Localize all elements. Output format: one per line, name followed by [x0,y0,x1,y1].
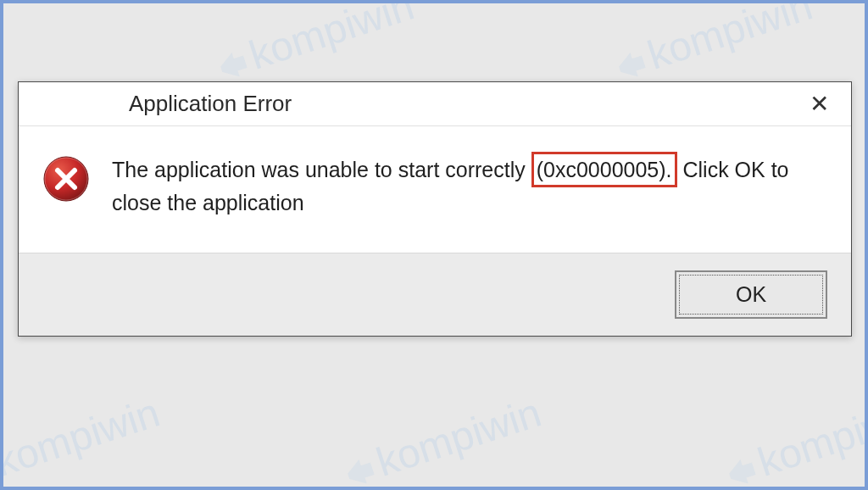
error-code-highlight: (0xc0000005). [531,152,677,187]
error-icon [42,155,90,203]
close-icon[interactable]: ✕ [803,92,836,116]
error-dialog: Application Error ✕ The application was … [18,81,852,337]
watermark: kompiwin [0,389,165,490]
watermark: kompiwin [213,0,419,88]
watermark: kompiwin [611,0,817,88]
watermark: kompiwin [340,389,546,490]
message-prefix: The application was unable to start corr… [112,158,531,181]
watermark: kompiwin [721,389,868,490]
dialog-title: Application Error [129,91,292,117]
error-message: The application was unable to start corr… [112,152,827,219]
dialog-content: The application was unable to start corr… [19,126,851,253]
ok-button[interactable]: OK [675,270,827,319]
titlebar: Application Error ✕ [19,82,851,126]
button-bar: OK [19,253,851,336]
